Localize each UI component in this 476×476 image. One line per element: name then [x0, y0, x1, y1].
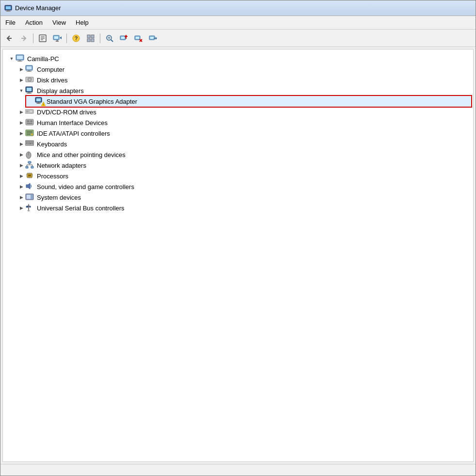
svg-rect-80	[29, 143, 32, 144]
svg-rect-79	[28, 143, 29, 144]
svg-rect-39	[18, 60, 21, 61]
toolbar-back-button[interactable]	[2, 32, 16, 45]
svg-rect-3	[6, 11, 11, 12]
svg-rect-19	[87, 39, 90, 42]
expand-root[interactable]: ▼	[8, 55, 16, 63]
svg-rect-44	[27, 71, 32, 72]
svg-rect-86	[26, 166, 28, 168]
tree-label-display-adapters: Display adapters	[37, 87, 84, 95]
device-tree-panel[interactable]: ▼ Camilla-PC ▶	[2, 49, 474, 462]
svg-rect-30	[136, 37, 139, 39]
toolbar-properties-button[interactable]	[36, 32, 49, 45]
expand-computer[interactable]: ▶	[17, 65, 25, 73]
svg-rect-76	[31, 142, 32, 143]
tree-item-keyboards[interactable]: ▶ Keyboards	[16, 139, 471, 149]
tree-label-root: Camilla-PC	[27, 55, 59, 63]
svg-rect-77	[32, 142, 33, 143]
tree-item-root[interactable]: ▼ Camilla-PC	[7, 53, 471, 64]
toolbar-add-button[interactable]	[117, 32, 131, 45]
toolbar-uninstall-button[interactable]	[132, 32, 145, 45]
svg-rect-94	[28, 175, 31, 176]
tree-item-usb[interactable]: ▶ Universal Serial Bus controllers	[16, 203, 471, 213]
toolbar-help-button[interactable]: ?	[69, 32, 83, 45]
tree-item-network[interactable]: ▶ Network adapters	[16, 160, 471, 171]
svg-rect-66	[27, 123, 32, 124]
expand-hid[interactable]: ▶	[17, 119, 25, 127]
expand-ide[interactable]: ▶	[17, 129, 25, 137]
toolbar-scan-button[interactable]	[103, 32, 116, 45]
expand-disk-drives[interactable]: ▶	[17, 76, 25, 84]
tree-label-system-devices: System devices	[37, 194, 81, 201]
tree-label-ide: IDE ATA/ATAPI controllers	[37, 130, 110, 137]
svg-rect-75	[29, 142, 30, 143]
svg-marker-12	[60, 36, 62, 39]
svg-rect-108	[31, 195, 33, 196]
computer-icon	[16, 54, 25, 63]
expand-system-devices[interactable]: ▶	[17, 193, 25, 201]
svg-rect-81	[32, 143, 33, 144]
network-icon	[25, 161, 35, 170]
expand-usb[interactable]: ▶	[17, 204, 25, 212]
tree-item-vga-adapter[interactable]: ! Standard VGA Graphics Adapter	[26, 96, 471, 107]
svg-rect-55	[37, 102, 40, 103]
computer-sm-icon	[25, 65, 35, 74]
expand-network[interactable]: ▶	[17, 161, 25, 169]
menu-view[interactable]: View	[48, 17, 71, 28]
toolbar-grid-view-button[interactable]	[84, 32, 97, 45]
svg-rect-109	[31, 197, 33, 199]
svg-rect-54	[36, 98, 41, 101]
title-bar-text: Device Manager	[15, 4, 61, 12]
tree-label-dvd-drives: DVD/CD-ROM drives	[37, 109, 96, 116]
tree-item-dvd-drives[interactable]: ▶ DVD/CD-ROM drives	[16, 107, 471, 117]
svg-rect-112	[26, 206, 28, 207]
menu-help[interactable]: Help	[71, 17, 94, 28]
svg-rect-68	[27, 131, 32, 132]
svg-point-62	[31, 111, 32, 112]
tree-item-processors[interactable]: ▶	[16, 171, 471, 181]
toolbar-sep-2	[66, 33, 67, 43]
expand-sound[interactable]: ▶	[17, 183, 25, 190]
svg-rect-34	[150, 37, 154, 39]
toolbar-update-driver-button[interactable]	[50, 32, 64, 45]
tree-item-sound[interactable]: ▶ Sound, video and game controllers	[16, 181, 471, 192]
tree-label-disk-drives: Disk drives	[37, 77, 68, 84]
expand-mice[interactable]: ▶	[17, 151, 25, 159]
expand-processors[interactable]: ▶	[17, 172, 25, 180]
menu-file[interactable]: File	[0, 17, 20, 28]
svg-rect-2	[7, 10, 10, 11]
disk-icon	[25, 76, 35, 84]
sound-icon	[25, 182, 35, 191]
toolbar-forward-button[interactable]	[17, 32, 31, 45]
svg-rect-42	[27, 66, 32, 69]
expand-display-adapters[interactable]: ▼	[17, 87, 25, 95]
tree-label-network: Network adapters	[37, 162, 86, 169]
svg-point-84	[28, 154, 29, 155]
svg-line-22	[111, 40, 113, 42]
tree-item-disk-drives[interactable]: ▶ Disk drives	[16, 75, 471, 85]
svg-rect-11	[54, 36, 58, 39]
svg-rect-69	[27, 132, 32, 133]
tree-label-mice: Mice and other pointing devices	[37, 151, 126, 159]
svg-marker-35	[156, 37, 157, 40]
svg-point-71	[32, 134, 33, 135]
svg-text:?: ?	[75, 35, 78, 41]
tree-label-sound: Sound, video and game controllers	[37, 183, 134, 190]
menu-action[interactable]: Action	[20, 17, 48, 28]
toolbar-update-button[interactable]	[146, 32, 160, 45]
device-manager-window: Device Manager File Action View Help	[0, 0, 476, 476]
svg-rect-52	[27, 93, 32, 94]
tree-label-usb: Universal Serial Bus controllers	[37, 205, 125, 212]
tree-label-computer: Computer	[37, 66, 64, 73]
tree-item-system-devices[interactable]: ▶ System devices	[16, 192, 471, 203]
tree-item-mice[interactable]: ▶ Mice and other pointing devices	[16, 149, 471, 160]
expand-keyboards[interactable]: ▶	[17, 140, 25, 148]
tree-item-human-interface[interactable]: ▶ Human Interface Devices	[16, 117, 471, 128]
svg-point-113	[30, 206, 31, 207]
title-bar-icon	[4, 4, 12, 12]
tree-item-display-adapters[interactable]: ▼ Display adapters	[16, 85, 471, 96]
tree-item-computer[interactable]: ▶ Computer	[16, 64, 471, 75]
tree-item-ide[interactable]: ▶ IDE ATA/ATAPI controllers	[16, 128, 471, 139]
system-icon	[25, 193, 35, 202]
expand-dvd-drives[interactable]: ▶	[17, 108, 25, 116]
svg-rect-50	[27, 88, 32, 91]
